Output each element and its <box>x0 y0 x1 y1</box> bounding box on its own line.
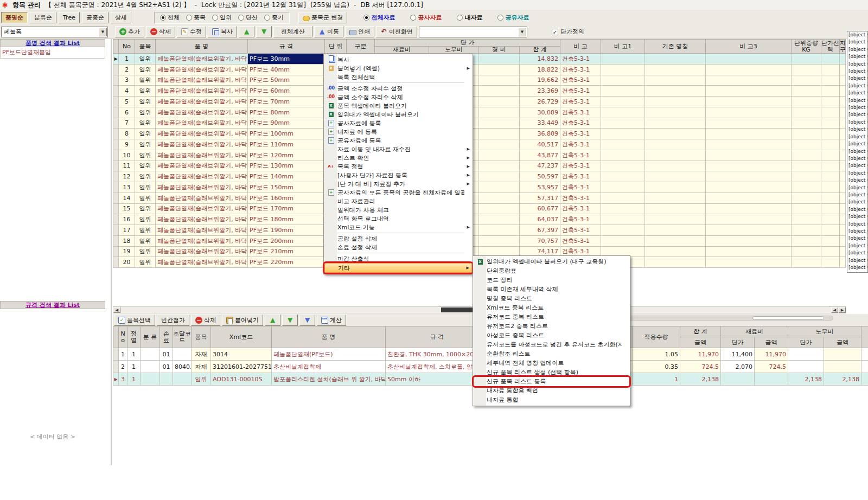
header-item-name[interactable]: 품 명 <box>272 326 386 348</box>
cell-sort[interactable]: 1 <box>127 348 141 361</box>
cell-item-type[interactable]: 일위 <box>135 75 156 86</box>
cell-unit-weight[interactable] <box>792 150 821 161</box>
item-row[interactable]: 10 일위 페놀폼단열재(슬래브위깔기, 바닥) PF보드 120mm 43,8… <box>113 150 846 161</box>
cell-item-name[interactable]: 페놀폼단열재(슬래브위깔기, 바닥) <box>156 86 248 97</box>
cell-unit-weight[interactable] <box>792 235 821 246</box>
cell-total[interactable]: 14,832 <box>520 54 560 65</box>
cell-note3[interactable] <box>706 107 792 118</box>
cell-item-name[interactable]: 초산비닐계접착제 <box>272 361 386 373</box>
header-labor-unit-price[interactable]: 단가 <box>788 337 824 348</box>
scroll-thumb[interactable] <box>752 316 824 320</box>
source-radio-all-data[interactable]: 전체자료 <box>363 14 395 22</box>
item-row[interactable]: 15 일위 페놀폼단열재(슬래브위깔기, 바닥) PF보드 170mm 60,6… <box>113 203 846 214</box>
header-material-group[interactable]: 재료비 <box>721 326 788 337</box>
cell-note[interactable]: 건축5-3-1 <box>560 139 601 150</box>
cell-spec[interactable]: PF보드 150mm <box>248 182 325 193</box>
cell-price-select[interactable] <box>821 257 840 268</box>
cell-expense[interactable] <box>479 86 520 97</box>
cell-item-type[interactable]: 일위 <box>135 86 156 97</box>
cell-item-type[interactable]: 일위 <box>135 150 156 161</box>
header-total-group[interactable]: 합 계 <box>680 326 721 337</box>
cell-item-type[interactable]: 일위 <box>135 246 156 257</box>
select-item-button[interactable]: ✓품목선택 <box>114 315 155 326</box>
header-labor-cost[interactable]: 노무비 <box>429 47 479 54</box>
extra-combo[interactable]: ▼ <box>419 27 527 37</box>
cell-no[interactable]: 12 <box>119 171 135 182</box>
view-sort-button[interactable]: 공종순 <box>82 12 108 23</box>
filter-radio-all[interactable]: 전체 <box>160 14 180 22</box>
header-labor-group[interactable]: 노무비 <box>788 326 861 337</box>
cell-item-type[interactable]: 일위 <box>135 118 156 129</box>
cell-expense[interactable] <box>479 193 520 203</box>
cell-item-name[interactable]: 페놀폼단열재(슬래브위깔기, 바닥) <box>156 225 248 236</box>
copy-button[interactable]: 복사 <box>208 26 237 37</box>
cell-note1[interactable] <box>601 214 645 225</box>
item-search-combo[interactable]: 페놀폼 ▼ <box>1 27 108 37</box>
submenu-item[interactable]: 일위대가 엑셀데이타 불러오기 (대구 교육청) <box>474 257 629 266</box>
filter-radio-item[interactable]: 품목 <box>186 14 206 22</box>
item-row[interactable]: 13 일위 페놀폼단열재(슬래브위깔기, 바닥) PF보드 150mm 53,9… <box>113 182 846 193</box>
cell-item-type[interactable]: 일위 <box>135 171 156 182</box>
cell-ja-gu[interactable] <box>840 118 846 129</box>
cell-applied-quantity[interactable]: 1 <box>633 373 680 386</box>
cell-labor-unit-price[interactable] <box>788 348 824 361</box>
header-no[interactable]: N o <box>119 326 127 348</box>
cell-old-name[interactable] <box>645 225 706 236</box>
cell-applied-quantity[interactable]: 0.35 <box>633 361 680 373</box>
cell-old-name[interactable] <box>645 203 706 214</box>
cell-ja-gu[interactable] <box>840 235 846 246</box>
cell-expense[interactable] <box>479 75 520 86</box>
cell-ja-gu[interactable] <box>840 161 846 171</box>
cell-item-type[interactable]: 자재 <box>192 348 211 361</box>
cell-unit-weight[interactable] <box>792 64 821 75</box>
cell-ja-gu[interactable] <box>840 75 846 86</box>
cell-ja-gu[interactable] <box>840 86 846 97</box>
cell-labor-amount[interactable] <box>824 361 861 373</box>
cell-total-amount[interactable]: 724.5 <box>680 361 721 373</box>
cell-total[interactable]: 33,449 <box>520 118 560 129</box>
cell-expense[interactable] <box>479 107 520 118</box>
search-result-item[interactable]: PF보드단열재붙임 <box>0 47 105 59</box>
detail-paste-button[interactable]: 붙여넣기 <box>222 315 263 326</box>
cell-ja-gu[interactable] <box>840 257 846 268</box>
cell-note[interactable]: 건축5-3-1 <box>560 54 601 65</box>
cell-spec[interactable]: PF보드 80mm <box>248 107 325 118</box>
cell-price-select[interactable] <box>821 150 840 161</box>
calculate-button[interactable]: 계산 <box>317 315 346 326</box>
context-menu-item[interactable]: 공유자료에 등록 <box>324 136 472 145</box>
cell-old-name[interactable] <box>645 182 706 193</box>
cell-item-name[interactable]: 페놀폼단열재(슬래브위깔기, 바닥) <box>156 97 248 107</box>
cell-note1[interactable] <box>601 235 645 246</box>
cell-ja-gu[interactable] <box>840 203 846 214</box>
cell-price-select[interactable] <box>821 139 840 150</box>
cell-spec[interactable]: PF보드 190mm <box>248 225 325 236</box>
cell-item-name[interactable]: 페놀폼단열재(슬래브위깔기, 바닥) <box>156 118 248 129</box>
context-menu-item[interactable]: 손료 설정 삭제 <box>324 243 472 252</box>
cell-no[interactable]: 4 <box>119 86 135 97</box>
cell-no[interactable]: 20 <box>119 257 135 268</box>
submenu-item[interactable]: 내자료 통합 <box>474 395 629 405</box>
submenu-item[interactable]: 유저코드2 중복 리스트 <box>474 322 629 331</box>
cell-price-select[interactable] <box>821 214 840 225</box>
cell-sort[interactable]: 1 <box>127 361 141 373</box>
cell-item-name[interactable]: 페놀폼단열재(슬래브위깔기, 바닥) <box>156 64 248 75</box>
cell-ja-gu[interactable] <box>840 182 846 193</box>
cell-item-type[interactable]: 일위 <box>135 214 156 225</box>
cell-note3[interactable] <box>706 225 792 236</box>
cell-total[interactable]: 18,822 <box>520 64 560 75</box>
cell-unit-weight[interactable] <box>792 203 821 214</box>
header-expense[interactable]: 경 비 <box>479 47 520 54</box>
cell-ja-gu[interactable] <box>840 129 846 139</box>
cell-note3[interactable] <box>706 235 792 246</box>
cell-spec[interactable]: PF보드 220mm <box>248 257 325 268</box>
cell-item-name[interactable]: 페놀폼단열재(슬래브위깔기, 바닥) <box>156 257 248 268</box>
cell-old-name[interactable] <box>645 161 706 171</box>
cell-labor-unit-price[interactable]: 2,138 <box>788 373 824 386</box>
cell-total[interactable]: 64,037 <box>520 214 560 225</box>
cell-spec[interactable]: PF보드 140mm <box>248 171 325 182</box>
cell-note3[interactable] <box>706 193 792 203</box>
move-down-button[interactable]: ▼ <box>256 26 272 37</box>
cell-note3[interactable] <box>706 203 792 214</box>
header-item-type[interactable]: 품목 <box>135 40 156 54</box>
cell-no[interactable]: 2 <box>119 64 135 75</box>
